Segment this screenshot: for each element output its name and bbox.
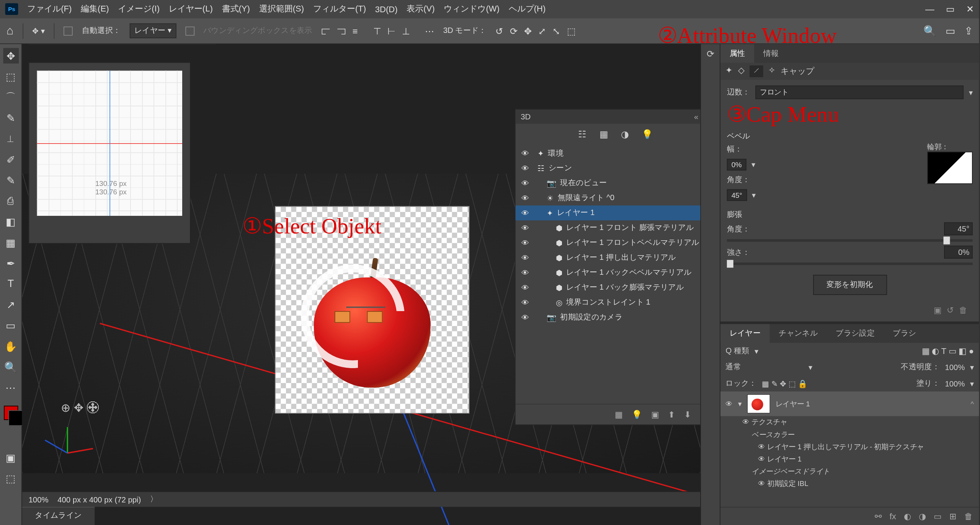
strength-slider[interactable] [727, 262, 973, 265]
prop-cap-icon[interactable]: ⟋ [750, 65, 763, 77]
panel3d-ground-icon[interactable]: ⬇ [684, 409, 691, 419]
panel-3d[interactable]: 3D «✕ ☷ ▦ ◑ 💡 👁✦環境👁☷シーン👁📷現在のビュー👁☀無限遠ライト … [515, 109, 700, 426]
panel3d-light-icon[interactable]: 💡 [632, 409, 642, 419]
scene-node[interactable]: 👁⬢レイヤー 1 フロント 膨張マテリアル [516, 220, 701, 235]
panel3d-cam-icon[interactable]: ▣ [651, 409, 659, 419]
opacity-value[interactable]: 100% [945, 363, 965, 372]
scene-node[interactable]: 👁📷現在のビュー [516, 176, 701, 191]
marquee-tool[interactable]: ⬚ [3, 69, 19, 85]
menu-filter[interactable]: フィルター(T) [313, 3, 366, 15]
filter-light-icon[interactable]: 💡 [642, 129, 653, 139]
menu-layer[interactable]: レイヤー(L) [169, 3, 213, 15]
auto-select-dropdown[interactable]: レイヤー ▾ [130, 23, 176, 38]
contour-picker[interactable] [927, 152, 973, 184]
pen-tool[interactable]: ✒ [3, 255, 19, 271]
zoom-level[interactable]: 100% [29, 495, 49, 504]
props-reset-icon[interactable]: ↺ [947, 305, 954, 315]
move-tool-icon[interactable]: ✥ ▾ [32, 26, 45, 36]
delete-layer-icon[interactable]: 🗑 [964, 511, 973, 521]
prop-deform-icon[interactable]: ◇ [738, 65, 745, 77]
prop-mesh-icon[interactable]: ✦ [725, 65, 733, 77]
quickmask-tool[interactable]: ▣ [3, 450, 19, 466]
layer-row[interactable]: 👁 ▾ レイヤー 1 ^ [720, 391, 979, 416]
gizmo-handle[interactable] [367, 311, 383, 323]
tab-channels[interactable]: チャンネル [770, 324, 827, 343]
axis-gizmo[interactable] [61, 421, 100, 460]
menu-select[interactable]: 選択範囲(S) [259, 3, 304, 15]
reset-transform-button[interactable]: 変形を初期化 [813, 275, 887, 295]
panel-collapse-icon[interactable]: « [694, 112, 698, 121]
window-maximize[interactable]: ▭ [946, 4, 954, 14]
scene-node[interactable]: 👁☀無限遠ライト ^0 [516, 191, 701, 205]
view-mode-icons[interactable]: ⊕ ✥ 🕀 [61, 401, 98, 415]
layer-kind-filter[interactable]: Q 種類 [725, 346, 749, 357]
scene-node[interactable]: 👁⬢レイヤー 1 押し出しマテリアル [516, 250, 701, 265]
crop-tool[interactable]: ⟂ [3, 131, 19, 147]
scene-node[interactable]: 👁⬢レイヤー 1 フロントベベルマテリアル [516, 235, 701, 250]
menu-view[interactable]: 表示(V) [407, 3, 434, 15]
home-icon[interactable]: ⌂ [7, 24, 13, 38]
bbox-checkbox[interactable] [185, 26, 194, 36]
window-minimize[interactable]: — [925, 4, 934, 14]
layer-thumbnail[interactable] [747, 394, 770, 414]
navigator-panel[interactable]: 130.76 px 130.76 px [29, 62, 191, 244]
align-icons[interactable]: ⫍⫎≡ ⊤⊢⊥ ⋯ [321, 26, 434, 36]
quickselect-tool[interactable]: ✎ [3, 110, 19, 126]
zoom-tool[interactable]: 🔍 [3, 359, 19, 375]
collapsed-panels[interactable]: ⟳ [700, 44, 720, 525]
prop-coord-icon[interactable]: ✧ [768, 65, 776, 77]
scene-node[interactable]: 👁◎境界コンストレイント 1 [516, 295, 701, 310]
color-swatch[interactable] [3, 406, 18, 420]
timeline-tab[interactable]: タイムライン [22, 507, 95, 525]
gizmo-handle[interactable] [335, 311, 350, 323]
scene-node[interactable]: 👁⬢レイヤー 1 バックベベルマテリアル [516, 265, 701, 280]
window-close[interactable]: ✕ [966, 4, 974, 14]
gradient-tool[interactable]: ▦ [3, 235, 19, 250]
layer-group-icon[interactable]: ▭ [934, 511, 941, 521]
filter-material-icon[interactable]: ◑ [621, 129, 629, 139]
menu-file[interactable]: ファイル(F) [27, 3, 72, 15]
panel3d-new-icon[interactable]: ▦ [615, 409, 622, 419]
layer-fx-icon[interactable]: fx [890, 511, 896, 521]
scene-node[interactable]: 👁📷初期設定のカメラ [516, 310, 701, 325]
angle-dropdown[interactable]: 45° [727, 189, 747, 201]
scene-node[interactable]: 👁⬢レイヤー 1 バック膨張マテリアル [516, 280, 701, 295]
props-render-icon[interactable]: ▣ [934, 305, 941, 315]
filter-scene-icon[interactable]: ☷ [578, 129, 586, 139]
strength-value[interactable]: 0% [944, 246, 973, 259]
props-trash-icon[interactable]: 🗑 [959, 305, 967, 315]
tab-layers[interactable]: レイヤー [720, 324, 770, 343]
type-tool[interactable]: T [3, 276, 19, 292]
link-layers-icon[interactable]: ⚯ [875, 511, 882, 521]
menu-image[interactable]: イメージ(I) [118, 3, 160, 15]
path-tool[interactable]: ↗ [3, 297, 19, 313]
menu-type[interactable]: 書式(Y) [222, 3, 250, 15]
layer-name[interactable]: レイヤー 1 [776, 399, 810, 409]
width-dropdown[interactable]: 0% [727, 159, 746, 170]
scene-node[interactable]: 👁✦環境 [516, 146, 701, 161]
shape-tool[interactable]: ▭ [3, 318, 19, 333]
lock-icons[interactable]: ▦ ✎ ✥ ⬚ 🔒 [762, 379, 807, 388]
adjustment-layer-icon[interactable]: ◑ [919, 511, 926, 521]
stamp-tool[interactable]: ⎙ [3, 193, 19, 209]
layer-mask-icon[interactable]: ◐ [904, 511, 911, 521]
panelview-icon[interactable]: ▭ [946, 24, 955, 37]
scene-node[interactable]: 👁✦レイヤー 1 [516, 205, 701, 220]
menu-edit[interactable]: 編集(E) [81, 3, 109, 15]
lasso-tool[interactable]: ⌒ [3, 90, 19, 105]
eraser-tool[interactable]: ◧ [3, 214, 19, 230]
menu-3d[interactable]: 3D(D) [375, 4, 398, 14]
brush-tool[interactable]: ✎ [3, 173, 19, 188]
sides-dropdown[interactable]: フロント [755, 86, 964, 99]
tab-brushes[interactable]: ブラシ [884, 324, 925, 343]
share-icon[interactable]: ⇪ [964, 24, 973, 37]
search-icon[interactable]: 🔍 [923, 24, 936, 37]
new-layer-icon[interactable]: ⊞ [949, 511, 957, 521]
inflate-angle-slider[interactable] [727, 239, 973, 242]
screenmode-tool[interactable]: ⬚ [3, 471, 19, 486]
more-tools[interactable]: ⋯ [3, 380, 19, 396]
eyedropper-tool[interactable]: ✐ [3, 152, 19, 167]
layer-visibility-icon[interactable]: 👁 [725, 400, 733, 408]
panel3d-render-icon[interactable]: ⬆ [668, 409, 675, 419]
filter-mesh-icon[interactable]: ▦ [599, 129, 608, 139]
